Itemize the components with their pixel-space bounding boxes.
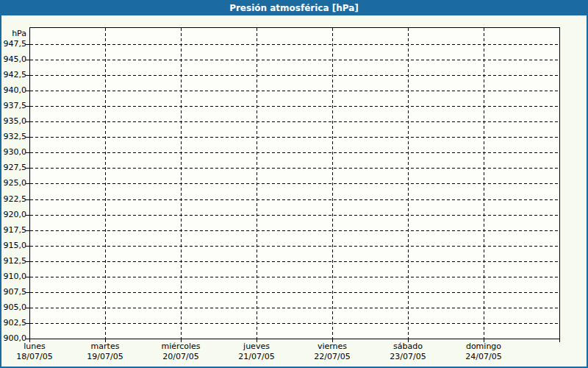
v-gridline	[181, 28, 182, 339]
y-tick-label: 907,5	[1, 288, 26, 297]
x-tick-date-label: 22/07/05	[299, 352, 365, 361]
x-tick-date-label: 19/07/05	[72, 352, 138, 361]
v-gridline	[105, 28, 106, 339]
x-tick-date-label: 24/07/05	[451, 352, 517, 361]
x-tick-day-label: domingo	[451, 342, 517, 351]
x-tick-day-label: lunes	[1, 342, 68, 351]
v-gridline	[332, 28, 333, 339]
h-gridline	[30, 261, 559, 262]
x-tick-date-label: 21/07/05	[223, 352, 290, 361]
h-gridline	[30, 91, 559, 91]
y-tick-label: 942,5	[1, 71, 26, 79]
x-tick-date-label: 23/07/05	[375, 352, 441, 361]
y-tick-label: 902,5	[1, 319, 26, 328]
h-gridline	[30, 121, 559, 122]
y-tick-label: 935,0	[1, 117, 26, 126]
v-gridline	[484, 28, 484, 339]
y-tick-label: 927,5	[1, 163, 26, 172]
y-tick-label: 917,5	[1, 226, 26, 235]
y-tick-label: 922,5	[1, 195, 26, 204]
h-gridline	[30, 44, 559, 45]
h-gridline	[30, 106, 559, 107]
x-tick-day-label: viernes	[299, 342, 365, 351]
h-gridline	[30, 199, 559, 200]
v-gridline	[408, 28, 409, 339]
y-tick-label: 905,0	[1, 303, 26, 312]
y-tick-label: 915,0	[1, 241, 26, 250]
h-gridline	[30, 152, 559, 153]
h-gridline	[30, 230, 559, 231]
y-tick-label: 947,5	[1, 40, 26, 49]
x-tick-day-label: jueves	[223, 342, 290, 351]
h-gridline	[30, 168, 559, 169]
y-tick-label: 920,0	[1, 210, 26, 219]
y-tick-label: 930,0	[1, 148, 26, 157]
v-gridline	[257, 28, 257, 339]
y-axis-unit-label: hPa	[1, 29, 26, 38]
h-gridline	[30, 60, 559, 60]
h-gridline	[30, 215, 559, 216]
x-tick-day-label: sábado	[375, 342, 441, 351]
h-gridline	[30, 75, 559, 76]
x-tick-day-label: miércoles	[148, 342, 214, 351]
window: Presión atmosférica [hPa] 947,5945,0942,…	[0, 0, 588, 368]
x-tick-day-label: martes	[72, 342, 138, 351]
y-tick-label: 912,5	[1, 257, 26, 266]
x-tick-date-label: 18/07/05	[1, 352, 68, 361]
h-gridline	[30, 308, 559, 308]
x-tick-date-label: 20/07/05	[148, 352, 214, 361]
y-tick-label: 940,0	[1, 86, 26, 95]
h-gridline	[30, 137, 559, 138]
h-gridline	[30, 246, 559, 247]
y-tick-label: 932,5	[1, 132, 26, 141]
x-tick-mark	[559, 339, 560, 342]
y-tick-label: 925,0	[1, 179, 26, 188]
h-gridline	[30, 277, 559, 277]
y-tick-label: 910,0	[1, 272, 26, 281]
h-gridline	[30, 292, 559, 293]
chart-canvas: 947,5945,0942,5940,0937,5935,0932,5930,0…	[1, 1, 587, 367]
h-gridline	[30, 323, 559, 324]
y-tick-label: 937,5	[1, 102, 26, 110]
h-gridline	[30, 183, 559, 184]
y-tick-label: 945,0	[1, 55, 26, 64]
